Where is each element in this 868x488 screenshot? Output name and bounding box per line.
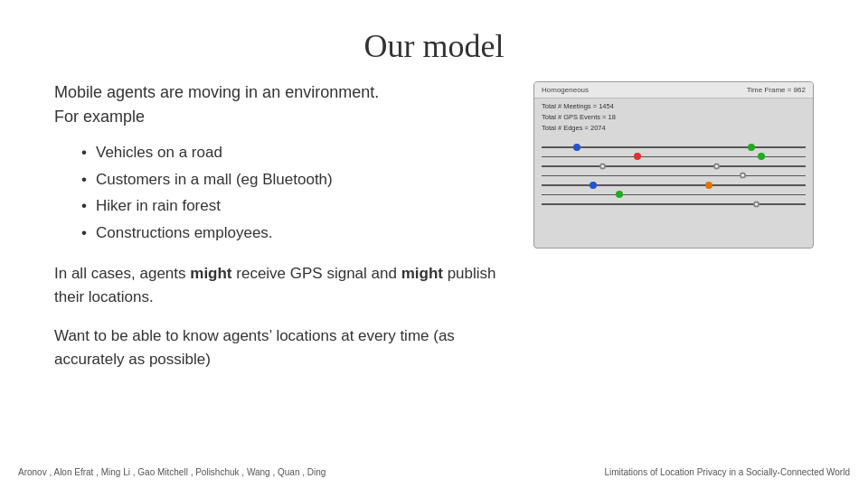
- stat-line-2: Total # GPS Events = 18: [542, 112, 806, 123]
- footer-right: Limitations of Location Privacy in a Soc…: [604, 467, 850, 477]
- chart-panel-container: Homogeneous Time Frame = 862 Total # Mee…: [533, 81, 814, 371]
- track-1: [542, 146, 806, 148]
- conclusion-prefix: In all cases, agents: [54, 265, 190, 282]
- chart-time-frame: Time Frame = 862: [747, 86, 806, 94]
- track-3: [542, 165, 806, 167]
- left-content: Mobile agents are moving in an environme…: [54, 81, 515, 371]
- content-area: Mobile agents are moving in an environme…: [54, 81, 814, 371]
- track-5: [542, 184, 806, 186]
- bullet-item-4: Constructions employees.: [81, 221, 515, 245]
- want-text: Want to be able to know agents’ location…: [54, 324, 515, 371]
- conclusion-middle: receive GPS signal and: [232, 265, 401, 282]
- track-7: [542, 203, 806, 205]
- footer: Aronov , Alon Efrat , Ming Li , Gao Mitc…: [18, 467, 850, 477]
- intro-line1: Mobile agents are moving in an environme…: [54, 81, 515, 104]
- chart-body: [534, 136, 813, 215]
- bullet-item-2: Customers in a mall (eg Bluetooth): [81, 168, 515, 192]
- track-2: [542, 156, 806, 158]
- chart-header: Homogeneous Time Frame = 862: [534, 82, 813, 99]
- stat-line-1: Total # Meetings = 1454: [542, 101, 806, 112]
- slide-title: Our model: [54, 27, 814, 65]
- track-6: [542, 194, 806, 196]
- conclusion-text: In all cases, agents might receive GPS s…: [54, 262, 515, 308]
- conclusion-bold1: might: [190, 265, 231, 282]
- bullet-list: Vehicles on a road Customers in a mall (…: [81, 141, 515, 244]
- stat-line-3: Total # Edges = 2074: [542, 123, 806, 134]
- track-4: [542, 175, 806, 177]
- chart-panel: Homogeneous Time Frame = 862 Total # Mee…: [533, 81, 814, 249]
- bullet-item-3: Hiker in rain forest: [81, 194, 515, 218]
- chart-header-left: Homogeneous: [542, 86, 589, 94]
- conclusion-bold2: might: [401, 265, 443, 282]
- chart-stats: Total # Meetings = 1454 Total # GPS Even…: [534, 99, 813, 136]
- footer-left: Aronov , Alon Efrat , Ming Li , Gao Mitc…: [18, 467, 326, 477]
- slide: Our model Mobile agents are moving in an…: [0, 0, 868, 488]
- intro-line2: For example: [54, 108, 515, 127]
- bullet-item-1: Vehicles on a road: [81, 141, 515, 164]
